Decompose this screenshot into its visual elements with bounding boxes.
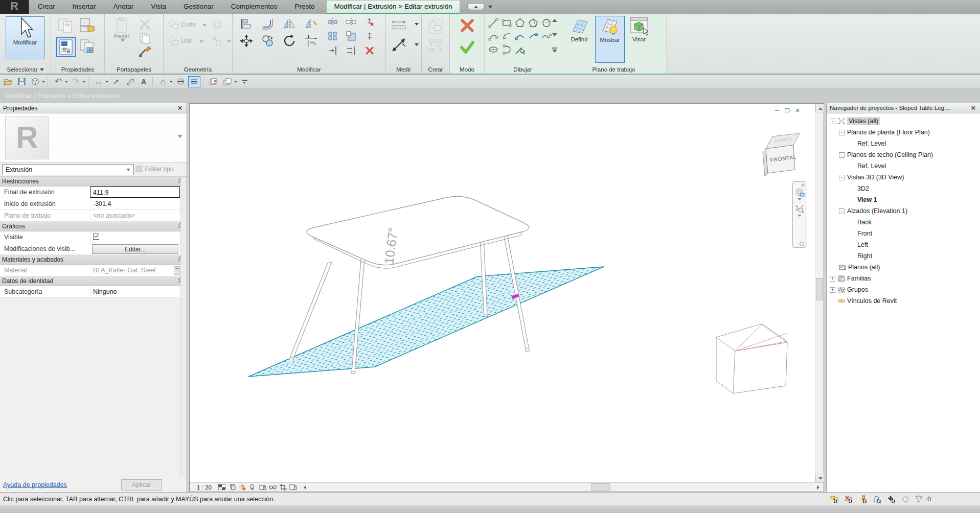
drag-on-selection-toggle[interactable]	[887, 495, 897, 503]
create-group-icon[interactable]	[427, 18, 444, 35]
tab-anotar[interactable]: Anotar	[105, 0, 143, 14]
align-icon[interactable]	[240, 18, 252, 30]
cut-icon[interactable]	[139, 18, 151, 30]
type-properties-icon[interactable]	[57, 17, 75, 34]
measure-along-element-icon[interactable]	[390, 36, 407, 54]
tree-item-left[interactable]: Left	[827, 239, 980, 250]
visibility-edit-button[interactable]: Editar...	[92, 244, 178, 254]
chevron-down-icon[interactable]	[797, 198, 802, 200]
draw-arc-center-icon[interactable]	[502, 31, 512, 41]
extrusion-end-input[interactable]: 411.9	[90, 186, 180, 198]
app-logo[interactable]: R	[0, 0, 29, 14]
draw-circumscribed-polygon-icon[interactable]	[528, 18, 538, 28]
draw-ellipse-icon[interactable]	[488, 44, 498, 55]
scale-icon[interactable]	[346, 31, 356, 41]
tab-presto[interactable]: Presto	[286, 0, 323, 14]
workplane-define-button[interactable]: Definir	[565, 16, 593, 63]
array-icon[interactable]	[328, 31, 338, 41]
cancel-sketch-icon[interactable]	[459, 17, 476, 34]
chevron-down-icon[interactable]	[65, 81, 68, 83]
tag-button[interactable]	[124, 76, 136, 87]
tab-vista[interactable]: Vista	[142, 0, 175, 14]
offset-icon[interactable]	[261, 18, 275, 30]
crop-region-button[interactable]	[278, 483, 288, 491]
edit-type-button[interactable]: Editar tipo	[135, 164, 185, 175]
tree-item-planos-all[interactable]: Planos (all)	[827, 262, 980, 273]
delete-icon[interactable]	[364, 45, 375, 56]
tab-crear[interactable]: Crear	[29, 0, 64, 14]
collapse-navbar-icon[interactable]: −	[800, 242, 804, 246]
tree-item-right[interactable]: Right	[827, 250, 980, 262]
tree-expander[interactable]: -	[839, 130, 845, 135]
drawing-area[interactable]: 10.67° FRONTAL FRONTAL ─ ❐	[189, 103, 824, 492]
mirror-draw-axis-icon[interactable]	[304, 18, 317, 30]
thin-lines-toggle[interactable]	[188, 76, 200, 87]
paste-button[interactable]: Pegar	[110, 17, 133, 61]
sun-path-button[interactable]	[237, 483, 247, 491]
tree-item-vistas-3d[interactable]: - Vistas 3D (3D View)	[827, 172, 980, 183]
ribbon-collapse-button[interactable]	[467, 3, 485, 10]
mirror-pick-axis-icon[interactable]	[283, 18, 296, 30]
tree-item-view-1[interactable]: View 1	[827, 194, 980, 205]
type-selector-combo[interactable]: Extrusión	[2, 164, 134, 175]
visible-checkbox[interactable]	[93, 234, 99, 240]
redo-button[interactable]: ↷	[70, 76, 82, 87]
cope-icon[interactable]	[211, 18, 224, 31]
tree-item-planos-planta[interactable]: - Planos de planta (Floor Plan)	[827, 127, 980, 138]
match-type-brush-icon[interactable]	[139, 45, 152, 58]
cut-geometry-icon[interactable]	[168, 19, 179, 30]
horizontal-scrollbar[interactable]	[306, 483, 815, 492]
draw-inscribed-polygon-icon[interactable]	[515, 18, 525, 28]
draw-circle-icon[interactable]	[541, 18, 552, 28]
draw-expand-icon[interactable]	[552, 48, 557, 53]
join-geometry-icon[interactable]	[168, 35, 179, 46]
chevron-down-icon[interactable]	[797, 215, 802, 217]
copy-icon[interactable]	[139, 32, 151, 44]
close-inactive-windows-button[interactable]	[208, 76, 220, 87]
subcategory-value[interactable]: Ninguno	[90, 286, 180, 297]
detail-level-button[interactable]	[217, 483, 227, 491]
tree-item-planos-techo[interactable]: - Planos de techo (Ceiling Plan)	[827, 149, 980, 160]
properties-header[interactable]: Propiedades ✕	[0, 103, 187, 113]
tree-item-vistas-all[interactable]: - Vistas (all)	[827, 115, 980, 127]
tree-item-vinculos[interactable]: Vínculos de Revit	[827, 295, 980, 307]
draw-arc-tangent-icon[interactable]	[515, 31, 525, 41]
default-3d-view-button[interactable]: ⌂	[157, 76, 169, 87]
chevron-down-icon[interactable]	[415, 23, 419, 26]
chevron-down-icon[interactable]	[202, 24, 207, 27]
split-with-gap-icon[interactable]	[346, 17, 356, 27]
tree-item-back[interactable]: Back	[827, 217, 980, 228]
trim-extend-single-icon[interactable]	[328, 45, 338, 56]
select-by-face-toggle[interactable]	[873, 495, 882, 503]
crop-view-button[interactable]	[258, 483, 268, 491]
panel-label-seleccionar[interactable]: Seleccionar	[0, 66, 51, 73]
vertical-scroll-thumb[interactable]	[816, 278, 823, 300]
tree-expander[interactable]: -	[830, 119, 835, 124]
editable-only-toggle[interactable]	[901, 495, 910, 503]
cut-label[interactable]: Corte	[181, 21, 196, 28]
draw-arc-start-end-icon[interactable]	[488, 31, 498, 41]
properties-help-link[interactable]: Ayuda de propiedades	[3, 481, 67, 488]
tree-item-ref-level-floor[interactable]: Ref. Level	[827, 138, 980, 149]
view-scale[interactable]: 1 : 20	[197, 484, 212, 491]
unlocked-view-button[interactable]	[288, 483, 299, 491]
chevron-down-icon[interactable]	[82, 81, 85, 83]
finish-sketch-icon[interactable]	[459, 38, 476, 56]
tree-expander[interactable]: -	[839, 175, 845, 180]
properties-scrollbar[interactable]	[180, 177, 187, 477]
sync-model-button[interactable]	[29, 76, 41, 87]
draw-partial-ellipse-icon[interactable]	[502, 44, 512, 55]
tree-item-grupos[interactable]: + Grupos	[827, 284, 980, 295]
reveal-hidden-button[interactable]	[268, 483, 278, 491]
measure-between-refs-icon[interactable]	[390, 19, 409, 30]
draw-scroll-down-icon[interactable]	[552, 33, 557, 36]
undo-button[interactable]: ↶	[52, 76, 64, 87]
save-button[interactable]	[15, 76, 28, 87]
copy-element-icon[interactable]	[261, 34, 275, 48]
visual-style-button[interactable]	[227, 483, 237, 491]
project-browser-header[interactable]: Navegador de proyectos - Sloped Table Le…	[827, 103, 980, 113]
tree-item-familias[interactable]: + Familias	[827, 273, 980, 284]
apply-button[interactable]: Aplicar	[121, 479, 162, 491]
family-types-icon[interactable]	[79, 38, 96, 56]
tab-gestionar[interactable]: Gestionar	[175, 0, 222, 14]
